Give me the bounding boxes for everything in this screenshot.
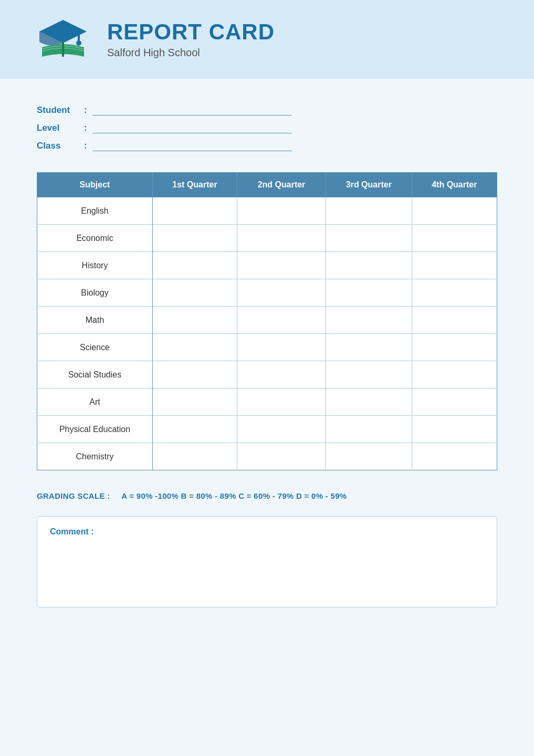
subject-cell: Economic (37, 225, 153, 252)
grade-cell-q1 (153, 334, 237, 361)
table-row: Economic (37, 225, 497, 252)
grading-scale: GRADING SCALE : A = 90% -100% B = 80% - … (37, 491, 497, 500)
table-row: History (37, 252, 497, 279)
level-row: Level : (37, 123, 497, 133)
grade-cell-q3 (326, 334, 412, 361)
student-label: Student (37, 105, 84, 116)
grade-cell-q1 (153, 197, 237, 225)
subject-cell: Social Studies (37, 361, 153, 388)
main-content: Student : Level : Class : Subject 1st Qu… (0, 79, 534, 628)
grade-cell-q3 (326, 307, 412, 334)
grade-cell-q4 (412, 197, 497, 225)
student-colon: : (84, 105, 87, 116)
grade-cell-q2 (237, 279, 326, 307)
grade-cell-q2 (237, 334, 326, 361)
grade-cell-q2 (237, 361, 326, 388)
subject-cell: Physical Education (37, 416, 153, 443)
table-row: Social Studies (37, 361, 497, 388)
level-label: Level (37, 123, 84, 133)
class-label: Class (37, 141, 84, 151)
grade-cell-q1 (153, 361, 237, 388)
subject-cell: English (37, 197, 153, 225)
school-name: Salford High School (107, 47, 275, 59)
comment-textarea[interactable] (50, 542, 484, 594)
grade-cell-q1 (153, 279, 237, 307)
grade-cell-q1 (153, 388, 237, 416)
col-q4: 4th Quarter (412, 173, 497, 197)
grade-cell-q3 (326, 388, 412, 416)
grade-cell-q1 (153, 252, 237, 279)
grading-scale-text: A = 90% -100% B = 80% - 89% C = 60% - 79… (121, 491, 347, 500)
grade-cell-q2 (237, 443, 326, 470)
comment-label: Comment : (50, 527, 484, 537)
class-row: Class : (37, 141, 497, 151)
grade-cell-q3 (326, 225, 412, 252)
svg-point-2 (76, 40, 81, 46)
grade-cell-q2 (237, 252, 326, 279)
class-colon: : (84, 141, 87, 151)
grade-cell-q4 (412, 416, 497, 443)
grade-cell-q2 (237, 416, 326, 443)
grade-cell-q4 (412, 443, 497, 470)
table-header: Subject 1st Quarter 2nd Quarter 3rd Quar… (37, 173, 497, 197)
table-row: Biology (37, 279, 497, 307)
col-q3: 3rd Quarter (326, 173, 412, 197)
subject-cell: Biology (37, 279, 153, 307)
grade-cell-q4 (412, 252, 497, 279)
grade-cell-q3 (326, 252, 412, 279)
table-row: English (37, 197, 497, 225)
grade-cell-q3 (326, 361, 412, 388)
grade-cell-q3 (326, 197, 412, 225)
grade-cell-q4 (412, 361, 497, 388)
grade-cell-q3 (326, 443, 412, 470)
header-text: REPORT CARD Salford High School (107, 20, 275, 58)
col-subject: Subject (37, 173, 153, 197)
report-card-title: REPORT CARD (107, 20, 275, 44)
subject-cell: Science (37, 334, 153, 361)
grade-cell-q2 (237, 197, 326, 225)
grade-cell-q2 (237, 388, 326, 416)
student-input[interactable] (92, 105, 292, 116)
subject-cell: Math (37, 307, 153, 334)
class-input[interactable] (92, 141, 292, 151)
grade-cell-q2 (237, 225, 326, 252)
subject-cell: Art (37, 388, 153, 416)
grade-cell-q1 (153, 307, 237, 334)
grade-cell-q2 (237, 307, 326, 334)
col-q1: 1st Quarter (153, 173, 237, 197)
header-section: REPORT CARD Salford High School (0, 0, 534, 79)
table-row: Science (37, 334, 497, 361)
grade-cell-q4 (412, 388, 497, 416)
grading-scale-label: GRADING SCALE : (37, 491, 110, 500)
grade-cell-q3 (326, 279, 412, 307)
grade-cell-q1 (153, 225, 237, 252)
subject-cell: History (37, 252, 153, 279)
svg-rect-3 (62, 42, 64, 57)
table-row: Physical Education (37, 416, 497, 443)
grade-cell-q4 (412, 334, 497, 361)
grade-cell-q3 (326, 416, 412, 443)
student-info-section: Student : Level : Class : (37, 105, 497, 151)
grade-cell-q1 (153, 416, 237, 443)
logo (32, 16, 95, 63)
table-row: Math (37, 307, 497, 334)
comment-box: Comment : (37, 516, 497, 607)
subject-cell: Chemistry (37, 443, 153, 470)
level-colon: : (84, 123, 87, 133)
grade-cell-q4 (412, 225, 497, 252)
table-row: Chemistry (37, 443, 497, 470)
student-row: Student : (37, 105, 497, 116)
table-row: Art (37, 388, 497, 416)
grade-cell-q4 (412, 279, 497, 307)
grades-table: Subject 1st Quarter 2nd Quarter 3rd Quar… (37, 172, 497, 470)
table-body: EnglishEconomicHistoryBiologyMathScience… (37, 197, 497, 470)
grade-cell-q4 (412, 307, 497, 334)
col-q2: 2nd Quarter (237, 173, 326, 197)
level-input[interactable] (92, 123, 292, 133)
grade-cell-q1 (153, 443, 237, 470)
